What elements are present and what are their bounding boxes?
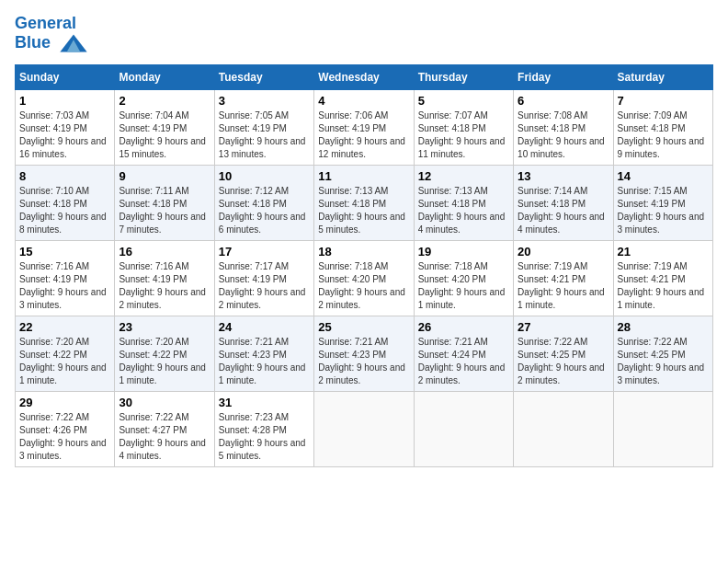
day-header-wednesday: Wednesday bbox=[314, 64, 414, 89]
calendar-cell: 22 Sunrise: 7:20 AMSunset: 4:22 PMDaylig… bbox=[16, 316, 115, 391]
calendar-cell: 7 Sunrise: 7:09 AMSunset: 4:18 PMDayligh… bbox=[613, 89, 712, 165]
day-header-tuesday: Tuesday bbox=[214, 64, 313, 89]
day-number: 23 bbox=[119, 320, 210, 334]
calendar-cell: 11 Sunrise: 7:13 AMSunset: 4:18 PMDaylig… bbox=[314, 165, 414, 240]
day-info: Sunrise: 7:15 AMSunset: 4:19 PMDaylight:… bbox=[618, 185, 709, 236]
day-header-saturday: Saturday bbox=[613, 64, 712, 89]
day-number: 16 bbox=[119, 245, 210, 259]
logo-general: General bbox=[15, 14, 76, 32]
day-number: 4 bbox=[318, 94, 409, 108]
day-number: 22 bbox=[19, 320, 110, 334]
day-header-thursday: Thursday bbox=[414, 64, 513, 89]
day-info: Sunrise: 7:13 AMSunset: 4:18 PMDaylight:… bbox=[418, 185, 509, 236]
calendar-cell: 31 Sunrise: 7:23 AMSunset: 4:28 PMDaylig… bbox=[214, 391, 313, 466]
day-number: 10 bbox=[219, 169, 310, 183]
calendar-cell: 25 Sunrise: 7:21 AMSunset: 4:23 PMDaylig… bbox=[314, 316, 414, 391]
day-info: Sunrise: 7:20 AMSunset: 4:22 PMDaylight:… bbox=[119, 336, 210, 387]
day-info: Sunrise: 7:21 AMSunset: 4:23 PMDaylight:… bbox=[219, 336, 310, 387]
day-number: 1 bbox=[19, 94, 110, 108]
day-info: Sunrise: 7:18 AMSunset: 4:20 PMDaylight:… bbox=[418, 260, 509, 312]
day-info: Sunrise: 7:23 AMSunset: 4:28 PMDaylight:… bbox=[219, 411, 310, 463]
day-number: 18 bbox=[318, 245, 409, 259]
day-info: Sunrise: 7:05 AMSunset: 4:19 PMDaylight:… bbox=[219, 109, 310, 161]
day-info: Sunrise: 7:14 AMSunset: 4:18 PMDaylight:… bbox=[518, 185, 609, 236]
day-number: 28 bbox=[618, 320, 709, 334]
day-info: Sunrise: 7:10 AMSunset: 4:18 PMDaylight:… bbox=[19, 185, 110, 236]
day-number: 11 bbox=[318, 169, 409, 183]
day-info: Sunrise: 7:08 AMSunset: 4:18 PMDaylight:… bbox=[518, 109, 609, 161]
day-number: 6 bbox=[518, 94, 609, 108]
day-info: Sunrise: 7:20 AMSunset: 4:22 PMDaylight:… bbox=[19, 336, 110, 387]
calendar-cell: 16 Sunrise: 7:16 AMSunset: 4:19 PMDaylig… bbox=[115, 240, 214, 316]
day-info: Sunrise: 7:22 AMSunset: 4:27 PMDaylight:… bbox=[119, 411, 210, 463]
calendar-cell: 21 Sunrise: 7:19 AMSunset: 4:21 PMDaylig… bbox=[613, 240, 712, 316]
day-number: 12 bbox=[418, 169, 509, 183]
calendar-cell: 19 Sunrise: 7:18 AMSunset: 4:20 PMDaylig… bbox=[414, 240, 513, 316]
calendar-cell: 2 Sunrise: 7:04 AMSunset: 4:19 PMDayligh… bbox=[115, 89, 214, 165]
day-number: 7 bbox=[618, 94, 709, 108]
logo: General Blue bbox=[15, 15, 88, 53]
calendar-cell: 30 Sunrise: 7:22 AMSunset: 4:27 PMDaylig… bbox=[115, 391, 214, 466]
calendar-cell: 9 Sunrise: 7:11 AMSunset: 4:18 PMDayligh… bbox=[115, 165, 214, 240]
day-info: Sunrise: 7:07 AMSunset: 4:18 PMDaylight:… bbox=[418, 109, 509, 161]
calendar-cell: 6 Sunrise: 7:08 AMSunset: 4:18 PMDayligh… bbox=[514, 89, 613, 165]
calendar-cell: 12 Sunrise: 7:13 AMSunset: 4:18 PMDaylig… bbox=[414, 165, 513, 240]
day-number: 19 bbox=[418, 245, 509, 259]
day-number: 21 bbox=[618, 245, 709, 259]
day-info: Sunrise: 7:19 AMSunset: 4:21 PMDaylight:… bbox=[518, 260, 609, 312]
day-number: 26 bbox=[418, 320, 509, 334]
day-info: Sunrise: 7:16 AMSunset: 4:19 PMDaylight:… bbox=[19, 260, 110, 312]
day-number: 29 bbox=[19, 396, 110, 409]
calendar-cell: 1 Sunrise: 7:03 AMSunset: 4:19 PMDayligh… bbox=[16, 89, 115, 165]
day-number: 8 bbox=[19, 169, 110, 183]
calendar-cell bbox=[514, 391, 613, 466]
day-header-sunday: Sunday bbox=[16, 64, 115, 89]
calendar-cell bbox=[414, 391, 513, 466]
day-info: Sunrise: 7:16 AMSunset: 4:19 PMDaylight:… bbox=[119, 260, 210, 312]
day-number: 17 bbox=[219, 245, 310, 259]
calendar-cell: 3 Sunrise: 7:05 AMSunset: 4:19 PMDayligh… bbox=[214, 89, 313, 165]
calendar-cell: 5 Sunrise: 7:07 AMSunset: 4:18 PMDayligh… bbox=[414, 89, 513, 165]
day-header-friday: Friday bbox=[514, 64, 613, 89]
calendar-cell: 10 Sunrise: 7:12 AMSunset: 4:18 PMDaylig… bbox=[214, 165, 313, 240]
day-number: 5 bbox=[418, 94, 509, 108]
calendar-cell: 18 Sunrise: 7:18 AMSunset: 4:20 PMDaylig… bbox=[314, 240, 414, 316]
day-number: 9 bbox=[119, 169, 210, 183]
calendar-cell: 15 Sunrise: 7:16 AMSunset: 4:19 PMDaylig… bbox=[16, 240, 115, 316]
day-info: Sunrise: 7:22 AMSunset: 4:26 PMDaylight:… bbox=[19, 411, 110, 463]
calendar-cell: 4 Sunrise: 7:06 AMSunset: 4:19 PMDayligh… bbox=[314, 89, 414, 165]
calendar-cell: 13 Sunrise: 7:14 AMSunset: 4:18 PMDaylig… bbox=[514, 165, 613, 240]
day-info: Sunrise: 7:03 AMSunset: 4:19 PMDaylight:… bbox=[19, 109, 110, 161]
day-number: 13 bbox=[518, 169, 609, 183]
day-number: 31 bbox=[219, 396, 310, 409]
calendar-cell: 28 Sunrise: 7:22 AMSunset: 4:25 PMDaylig… bbox=[613, 316, 712, 391]
day-info: Sunrise: 7:22 AMSunset: 4:25 PMDaylight:… bbox=[618, 336, 709, 387]
calendar-cell bbox=[613, 391, 712, 466]
calendar-cell: 27 Sunrise: 7:22 AMSunset: 4:25 PMDaylig… bbox=[514, 316, 613, 391]
calendar-cell: 24 Sunrise: 7:21 AMSunset: 4:23 PMDaylig… bbox=[214, 316, 313, 391]
day-info: Sunrise: 7:04 AMSunset: 4:19 PMDaylight:… bbox=[119, 109, 210, 161]
calendar-cell: 20 Sunrise: 7:19 AMSunset: 4:21 PMDaylig… bbox=[514, 240, 613, 316]
day-info: Sunrise: 7:17 AMSunset: 4:19 PMDaylight:… bbox=[219, 260, 310, 312]
calendar-cell: 8 Sunrise: 7:10 AMSunset: 4:18 PMDayligh… bbox=[16, 165, 115, 240]
day-info: Sunrise: 7:09 AMSunset: 4:18 PMDaylight:… bbox=[618, 109, 709, 161]
day-info: Sunrise: 7:22 AMSunset: 4:25 PMDaylight:… bbox=[518, 336, 609, 387]
day-header-monday: Monday bbox=[115, 64, 214, 89]
day-info: Sunrise: 7:11 AMSunset: 4:18 PMDaylight:… bbox=[119, 185, 210, 236]
day-number: 14 bbox=[618, 169, 709, 183]
logo-blue: Blue bbox=[15, 33, 51, 52]
calendar-cell bbox=[314, 391, 414, 466]
day-number: 25 bbox=[318, 320, 409, 334]
day-info: Sunrise: 7:13 AMSunset: 4:18 PMDaylight:… bbox=[318, 185, 409, 236]
calendar-cell: 26 Sunrise: 7:21 AMSunset: 4:24 PMDaylig… bbox=[414, 316, 513, 391]
day-number: 20 bbox=[518, 245, 609, 259]
calendar-cell: 17 Sunrise: 7:17 AMSunset: 4:19 PMDaylig… bbox=[214, 240, 313, 316]
day-number: 15 bbox=[19, 245, 110, 259]
calendar-table: SundayMondayTuesdayWednesdayThursdayFrid… bbox=[15, 64, 713, 467]
day-info: Sunrise: 7:19 AMSunset: 4:21 PMDaylight:… bbox=[618, 260, 709, 312]
calendar-cell: 14 Sunrise: 7:15 AMSunset: 4:19 PMDaylig… bbox=[613, 165, 712, 240]
day-number: 27 bbox=[518, 320, 609, 334]
day-info: Sunrise: 7:21 AMSunset: 4:23 PMDaylight:… bbox=[318, 336, 409, 387]
page-header: General Blue bbox=[15, 15, 713, 53]
calendar-cell: 29 Sunrise: 7:22 AMSunset: 4:26 PMDaylig… bbox=[16, 391, 115, 466]
